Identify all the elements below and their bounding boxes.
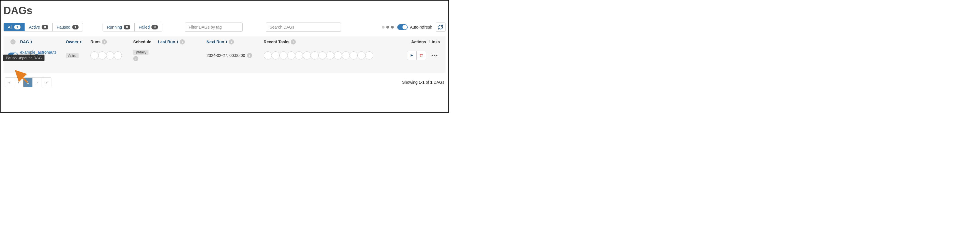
dag-name-link[interactable]: example_astronauts [20,50,56,55]
filter-all-label: All [8,25,13,29]
page-next-button[interactable]: › [33,78,42,87]
showing-suffix: DAGs [433,80,444,85]
autorefresh-label: Auto-refresh [410,25,432,29]
page-first-button[interactable]: « [5,78,14,87]
info-icon: i [102,39,107,44]
status-dot-3 [391,26,394,29]
status-running-label: Running [107,25,122,29]
run-circles [91,51,133,59]
task-circle[interactable] [264,51,272,59]
status-tab-group: Running 0 Failed 0 [103,23,162,32]
sort-icon: ▲▼ [30,40,33,43]
status-failed-tab[interactable]: Failed 0 [135,23,162,31]
task-circle[interactable] [326,51,334,59]
run-circle[interactable] [91,51,99,59]
callout-arrow-icon [14,70,32,87]
schedule-badge: @daily [133,50,148,55]
status-running-tab[interactable]: Running 0 [103,23,135,31]
status-failed-count: 0 [151,25,158,29]
links-menu-button[interactable]: ••• [431,52,438,59]
header-schedule: Schedule [133,40,158,44]
filter-paused-tab[interactable]: Paused 1 [52,23,83,31]
trigger-dag-button[interactable] [407,51,417,60]
task-circle[interactable] [279,51,288,59]
header-nextrun-label: Next Run [207,40,224,44]
svg-line-0 [17,72,27,83]
info-icon: i [247,53,252,58]
run-circle[interactable] [106,51,114,59]
refresh-button[interactable] [436,22,445,32]
run-circle[interactable] [98,51,106,59]
task-circle[interactable] [295,51,303,59]
table-header-row: i DAG ▲▼ Owner ▲▼ Runs i Schedule Last R… [3,37,445,48]
footer-row: « ‹ 1 › » Showing 1-1 of 1 DAGs [3,73,445,88]
header-dag[interactable]: DAG ▲▼ [20,40,65,44]
status-dot-1 [382,26,385,29]
page-title: DAGs [3,5,445,17]
action-buttons [407,51,426,60]
table-row: example_astronauts example Astro @daily … [3,48,445,73]
header-links-label: Links [430,40,440,44]
header-schedule-label: Schedule [133,40,151,44]
play-icon [410,54,414,57]
sort-icon: ▲▼ [225,40,228,43]
showing-prefix: Showing [402,80,419,85]
owner-badge: Astro [66,53,79,58]
task-circle[interactable] [272,51,280,59]
task-circle[interactable] [310,51,319,59]
header-owner-label: Owner [66,40,79,44]
filter-active-tab[interactable]: Active 0 [25,23,52,31]
header-runs-label: Runs [91,40,100,44]
header-actions: Actions [403,40,426,44]
showing-middle: of [425,80,430,85]
status-dot-2 [386,26,389,29]
header-recent-label: Recent Tasks [264,40,290,44]
header-recent: Recent Tasks i [264,39,403,44]
autorefresh-toggle[interactable] [397,24,408,30]
run-circle[interactable] [114,51,122,59]
info-icon: i [291,39,296,44]
delete-dag-button[interactable] [417,51,426,60]
autorefresh-group: Auto-refresh [397,24,432,30]
task-circle[interactable] [365,51,373,59]
task-circle[interactable] [357,51,366,59]
header-dag-label: DAG [20,40,29,44]
refresh-icon [438,25,443,30]
filter-paused-count: 1 [72,25,79,29]
header-actions-label: Actions [411,40,426,44]
filter-active-label: Active [29,25,40,29]
filter-all-count: 1 [14,25,21,29]
showing-total: 1 [430,80,433,85]
search-input[interactable] [266,22,341,32]
status-failed-label: Failed [139,25,150,29]
showing-text: Showing 1-1 of 1 DAGs [402,80,444,85]
info-icon: i [229,39,234,44]
trash-icon [419,53,423,57]
header-nextrun[interactable]: Next Run ▲▼ i [207,39,264,44]
sort-icon: ▲▼ [80,40,82,43]
header-lastrun[interactable]: Last Run ▲▼ i [158,39,206,44]
header-lastrun-label: Last Run [158,40,175,44]
info-icon: i [133,56,138,61]
task-circle[interactable] [350,51,358,59]
tag-filter-input[interactable] [185,22,243,32]
status-running-count: 0 [124,25,130,29]
task-circle[interactable] [342,51,350,59]
next-run-value: 2024-02-27, 00:00:00 [207,53,245,58]
task-circle[interactable] [303,51,311,59]
page-last-button[interactable]: » [42,78,51,87]
info-icon: i [180,39,185,44]
filter-tab-group: All 1 Active 0 Paused 1 [3,23,83,32]
pause-tooltip: Pause/Unpause DAG [3,55,45,61]
filter-all-tab[interactable]: All 1 [4,23,25,31]
filter-paused-label: Paused [57,25,70,29]
header-links: Links [426,40,443,44]
header-owner[interactable]: Owner ▲▼ [66,40,91,44]
header-runs: Runs i [91,39,133,44]
task-circle[interactable] [318,51,326,59]
info-icon: i [10,39,16,44]
task-circle[interactable] [334,51,342,59]
task-circles [264,51,403,59]
task-circle[interactable] [287,51,295,59]
dags-table: i DAG ▲▼ Owner ▲▼ Runs i Schedule Last R… [3,37,445,73]
